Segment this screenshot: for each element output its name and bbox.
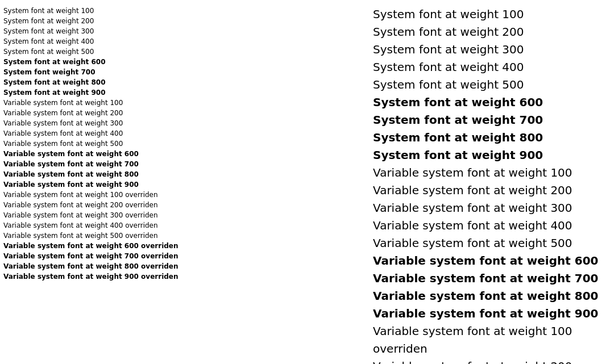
variable-font-item: Variable system font at weight 600: [3, 149, 180, 159]
system-font-item: System font at weight 100: [3, 6, 180, 16]
variable-font-item: Variable system font at weight 700: [373, 270, 603, 287]
system-font-item: System font at weight 500: [373, 76, 603, 94]
system-font-item: System font at weight 900: [373, 147, 603, 164]
main-container: System font at weight 100System font at …: [0, 0, 606, 364]
system-font-item: System font at weight 400: [373, 58, 603, 76]
system-font-item: System font at weight 200: [373, 23, 603, 41]
system-font-item: System font at weight 500: [3, 47, 180, 57]
system-font-item: System font at weight 600: [3, 57, 180, 67]
system-font-item: System font at weight 700: [373, 111, 603, 129]
system-font-item: System font at weight 300: [373, 41, 603, 58]
right-column: System font at weight 100System font at …: [180, 6, 603, 364]
variable-overriden-font-item: Variable system font at weight 200 overr…: [3, 200, 180, 210]
variable-font-item: Variable system font at weight 900: [3, 179, 180, 190]
variable-font-item: Variable system font at weight 100: [3, 98, 180, 108]
system-font-item: System font at weight 600: [373, 94, 603, 111]
variable-font-item: Variable system font at weight 600: [373, 252, 603, 270]
variable-font-item: Variable system font at weight 200: [373, 182, 603, 199]
variable-font-item: Variable system font at weight 100: [373, 164, 603, 182]
system-font-item: System font at weight 800: [373, 129, 603, 147]
variable-overriden-font-item: Variable system font at weight 300 overr…: [3, 210, 180, 220]
variable-overriden-font-item: Variable system font at weight 700 overr…: [3, 251, 180, 261]
system-font-item: System font weight 700: [3, 67, 180, 77]
variable-font-item: Variable system font at weight 800: [3, 169, 180, 179]
variable-font-item: Variable system font at weight 800: [373, 287, 603, 305]
variable-font-item: Variable system font at weight 400: [373, 217, 603, 235]
system-font-item: System font at weight 300: [3, 26, 180, 36]
variable-overriden-font-item: Variable system font at weight 100 overr…: [373, 323, 603, 358]
system-font-item: System font at weight 800: [3, 77, 180, 87]
left-column: System font at weight 100System font at …: [3, 6, 180, 364]
variable-font-item: Variable system font at weight 300: [3, 118, 180, 128]
variable-overriden-font-item: Variable system font at weight 200 overr…: [373, 358, 603, 364]
system-font-item: System font at weight 100: [373, 6, 603, 23]
variable-font-item: Variable system font at weight 900: [373, 305, 603, 323]
system-font-item: System font at weight 200: [3, 16, 180, 26]
system-font-item: System font at weight 400: [3, 36, 180, 47]
system-font-item: System font at weight 900: [3, 87, 180, 98]
variable-font-item: Variable system font at weight 700: [3, 159, 180, 169]
variable-overriden-font-item: Variable system font at weight 600 overr…: [3, 241, 180, 251]
variable-font-item: Variable system font at weight 400: [3, 128, 180, 139]
variable-overriden-font-item: Variable system font at weight 400 overr…: [3, 220, 180, 231]
variable-font-item: Variable system font at weight 500: [3, 139, 180, 149]
variable-font-item: Variable system font at weight 500: [373, 235, 603, 252]
variable-font-item: Variable system font at weight 200: [3, 108, 180, 118]
variable-font-item: Variable system font at weight 300: [373, 199, 603, 217]
variable-overriden-font-item: Variable system font at weight 800 overr…: [3, 261, 180, 271]
variable-overriden-font-item: Variable system font at weight 100 overr…: [3, 190, 180, 200]
variable-overriden-font-item: Variable system font at weight 500 overr…: [3, 231, 180, 241]
variable-overriden-font-item: Variable system font at weight 900 overr…: [3, 271, 180, 282]
